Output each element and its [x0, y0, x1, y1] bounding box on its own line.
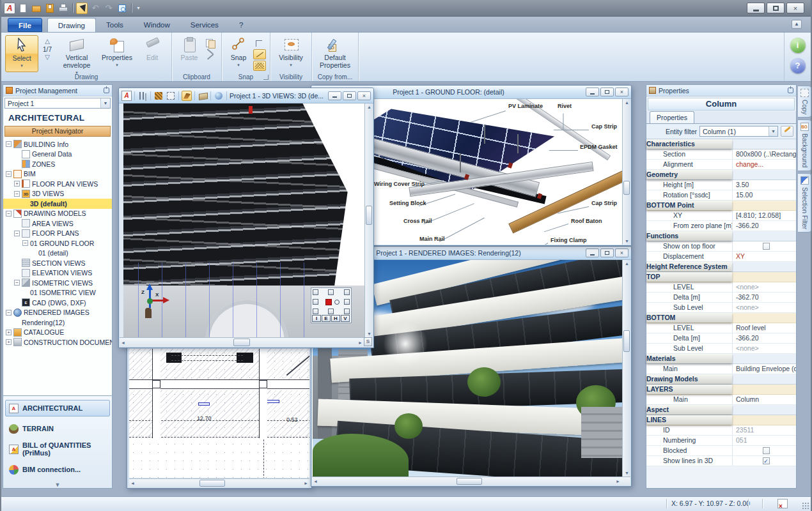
minimize-button[interactable]: [586, 88, 599, 96]
close-button[interactable]: ×: [357, 91, 371, 100]
info-button[interactable]: i: [790, 38, 806, 53]
view-corner-button[interactable]: S: [364, 337, 372, 346]
envelope-view-icon[interactable]: [198, 91, 208, 101]
snap-corner-button[interactable]: [253, 38, 266, 48]
floor-down-button[interactable]: ▽: [45, 54, 50, 61]
anchor-handle[interactable]: [328, 309, 334, 314]
tree-item-zones[interactable]: ZONES: [3, 159, 112, 169]
tree-item-catalogue[interactable]: +CATALOGUE: [3, 328, 112, 338]
floor-up-button[interactable]: △: [45, 38, 50, 45]
rotation-handle[interactable]: [334, 300, 340, 305]
vertical-envelope-button[interactable]: Vertical envelope ▾: [56, 35, 97, 72]
horizontal-scrollbar[interactable]: ◄ ►: [120, 337, 364, 347]
tree-expander[interactable]: −: [6, 141, 12, 147]
floor-plan-canvas[interactable]: 12.70 0.52: [129, 349, 309, 478]
tree-item-rendered-images[interactable]: −RENDERED IMAGES: [3, 308, 112, 318]
filter-edit-button[interactable]: [781, 126, 793, 137]
redo-button[interactable]: [103, 3, 114, 14]
tree-expander[interactable]: −: [14, 191, 20, 197]
restore-button[interactable]: [600, 248, 614, 257]
scroll-down-arrow[interactable]: ▼: [625, 471, 629, 475]
view-mode-h[interactable]: H: [331, 315, 340, 322]
view3d-titlebar[interactable]: Project 1 - 3D VIEWS: 3D (de... ×: [119, 88, 373, 103]
scroll-up-arrow[interactable]: ▲: [367, 105, 371, 109]
visibility-button[interactable]: Visibility ▾: [274, 35, 308, 72]
scrollbar-thumb[interactable]: [233, 339, 250, 346]
property-value[interactable]: [732, 446, 796, 455]
scroll-right-arrow[interactable]: ►: [616, 479, 620, 484]
tree-item-bim[interactable]: −BIM: [3, 169, 112, 179]
texture-view-icon[interactable]: [153, 91, 164, 101]
project-navigator-button[interactable]: Project Navigator: [4, 126, 111, 137]
tree-item-drawing-models[interactable]: −DRAWING MODELS: [3, 209, 112, 219]
anchor-point[interactable]: [325, 299, 332, 305]
properties-button[interactable]: Properties ▾: [99, 35, 135, 72]
section-header-characteristics[interactable]: Characteristics: [646, 139, 796, 149]
property-value[interactable]: ✓: [732, 456, 796, 466]
select-button[interactable]: Select ▾: [5, 35, 38, 72]
anchor-handle[interactable]: [344, 289, 350, 295]
tree-item-construction-documents[interactable]: +CONSTRUCTION DOCUMENTS S: [3, 337, 112, 347]
scrollbar-thumb[interactable]: [623, 181, 630, 195]
tree-item-section-views[interactable]: SECTION VIEWS: [3, 258, 112, 268]
selection-view-icon[interactable]: [166, 91, 176, 101]
tree-expander[interactable]: +: [6, 330, 12, 335]
tree-expander[interactable]: +: [14, 181, 20, 187]
vertical-scrollbar[interactable]: ▲ ▼: [622, 99, 630, 245]
tree-item-floor-plans[interactable]: −FLOOR PLANS: [3, 229, 112, 239]
window-close-button[interactable]: ×: [786, 3, 804, 13]
tree-item-rendering-12[interactable]: Rendering(12): [3, 317, 112, 328]
subsection-header-lines[interactable]: LINES: [646, 415, 796, 425]
3d-viewport[interactable]: Z X IEHV: [123, 103, 364, 337]
tree-item-3d-views[interactable]: −3D3D VIEWS: [3, 189, 112, 199]
scroll-down-arrow[interactable]: ▼: [367, 332, 371, 336]
tree-expander[interactable]: +: [6, 339, 12, 345]
restore-button[interactable]: [600, 88, 614, 96]
close-button[interactable]: ×: [615, 248, 629, 257]
property-value[interactable]: <none>: [732, 344, 796, 353]
anchor-handle[interactable]: [344, 299, 350, 305]
property-value[interactable]: -366.20: [732, 221, 796, 231]
active-tool-icon[interactable]: [182, 91, 192, 101]
tree-expander[interactable]: −: [6, 171, 12, 177]
scrollbar-thumb[interactable]: [366, 206, 372, 225]
vertical-scrollbar[interactable]: ▲ ▼: [364, 103, 373, 337]
ribbon-tab-help[interactable]: ?: [229, 18, 253, 32]
section-header-aspect[interactable]: Aspect: [646, 405, 796, 415]
render-view-icon[interactable]: [214, 91, 224, 101]
horizontal-scrollbar[interactable]: ◄ ►: [312, 477, 630, 485]
restore-button[interactable]: [343, 91, 356, 100]
entity-filter-select[interactable]: Column (1) ▼: [699, 126, 778, 137]
default-properties-button[interactable]: Default Properties: [316, 35, 354, 72]
close-button[interactable]: ×: [615, 88, 629, 96]
section-header-functions[interactable]: Functions: [646, 231, 796, 241]
window-maximize-button[interactable]: [767, 3, 785, 13]
property-value[interactable]: -366.20: [732, 333, 796, 343]
ribbon-tab-file[interactable]: File: [8, 18, 42, 32]
scroll-right-arrow[interactable]: ►: [358, 340, 363, 345]
tree-expander[interactable]: −: [14, 231, 20, 236]
anchor-handle[interactable]: [313, 299, 318, 305]
scroll-right-arrow[interactable]: ►: [304, 481, 308, 485]
section-header-height-reference-system[interactable]: Height Reference System: [646, 262, 796, 272]
snap-line-toggle[interactable]: [253, 49, 266, 59]
checkbox-blocked[interactable]: [763, 447, 770, 454]
tab-properties[interactable]: Properties: [650, 111, 694, 123]
undo-button[interactable]: [90, 3, 101, 14]
anchor-handle[interactable]: [313, 309, 318, 314]
new-document-button[interactable]: [17, 3, 29, 14]
copy-button[interactable]: [205, 38, 217, 48]
tree-item-01-isometric-view[interactable]: 01 ISOMETRIC VIEW: [3, 288, 112, 298]
scroll-left-arrow[interactable]: ◄: [121, 340, 125, 345]
print-button[interactable]: [58, 3, 69, 14]
scroll-up-arrow[interactable]: ▲: [625, 261, 629, 266]
scrollbar-thumb[interactable]: [457, 478, 482, 485]
property-value[interactable]: Column: [732, 395, 796, 404]
property-value[interactable]: XY: [732, 252, 796, 261]
cut-button[interactable]: [205, 49, 217, 59]
ribbon-tab-drawing[interactable]: Drawing: [47, 18, 96, 32]
minimize-button[interactable]: [586, 248, 599, 257]
property-value[interactable]: -362.70: [732, 293, 796, 302]
ribbon-tab-tools[interactable]: Tools: [96, 18, 134, 32]
subsection-header-bottom[interactable]: BOTTOM: [646, 313, 796, 323]
